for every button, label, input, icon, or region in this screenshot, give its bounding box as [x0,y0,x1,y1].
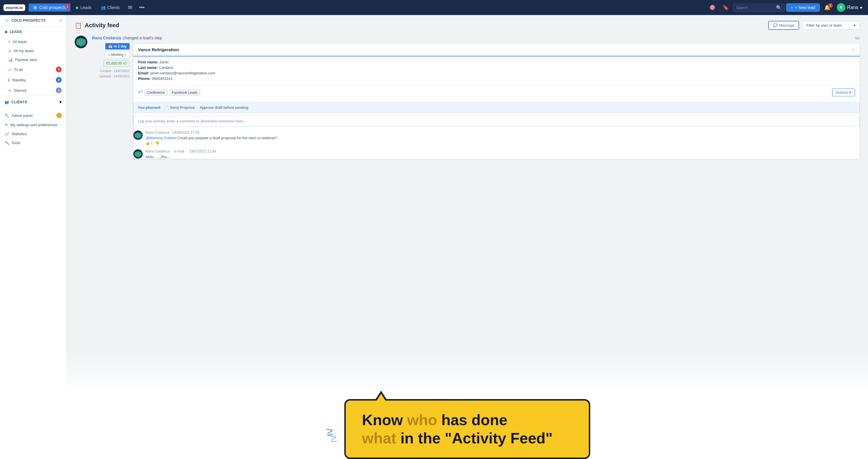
top-navigation: no|crm.io ❄️ Cold prospects 1 ◈ Leads 👥 … [0,0,868,15]
reaction-thumbsup[interactable]: 👍 1 [146,141,153,145]
planned-action: Approve draft before sending [199,105,248,110]
actions-label: Actions ▾ [836,90,851,95]
starred-badge: 2 [56,87,62,93]
cold-prospects-header[interactable]: ❄️ COLD PROSPECTS ▾ [0,15,66,26]
message-button[interactable]: 💬 Message [768,21,799,30]
standby-icon: ℹ [8,78,9,82]
admin-panel-label: Admin panel [11,114,32,118]
message-icon: 💬 [773,23,777,28]
field-phone: Phone: 0665453241 [138,76,855,81]
new-lead-button[interactable]: + + New lead [786,3,820,12]
comment-type-2: E-mail [174,149,184,153]
comment-body-text-2: inclu... ...2ho... [146,155,170,159]
comment-item-2: Rana Costanza · E-mail · 13/07/2022 11:0… [133,149,860,159]
tab-cold-prospects-label: Cold prospects [39,5,66,10]
activity-entry: Rana Costanza changed a lead's step 0m 📅… [75,36,860,159]
notifications-button[interactable]: 🔔 1 [821,3,833,12]
cold-prospects-section-icon: ❄️ [5,19,9,23]
value-badge: €5,000.00 🏷 [103,60,130,67]
user-menu-button[interactable]: R Rana ▾ [834,2,865,13]
todo-badge: 3 [56,67,62,72]
sidebar-item-standby[interactable]: ℹ Standby 4 [0,75,66,85]
clients-section-icon: 👥 [5,100,9,104]
user-name: Rana [847,5,858,10]
leads-section-label: LEADS [10,30,22,34]
lead-name: Vance Refrigeration [138,47,179,52]
tag-conference[interactable]: Conference [144,89,167,96]
tab-clients[interactable]: 👥 Clients [97,3,124,11]
statistics-label: Statistics [11,132,27,136]
sidebar-item-to-do[interactable]: ⚠ To do 3 [0,64,66,75]
notifications-badge: 1 [828,3,833,8]
planned-label: You planned: [138,105,161,110]
feed-actions: 💬 Message Filter by user or team ▾ [768,21,860,30]
sidebar-item-settings[interactable]: ⚙ My settings and preferences [0,120,66,129]
comment-time-1: 14/09/2022 17:55 [173,130,199,134]
in-day-label: in 1 day [114,44,127,48]
sidebar-item-all-my-leads[interactable]: ◎ All my leads [0,46,66,55]
comment-reactions-1: 👍 1 👎 [146,141,860,145]
logo[interactable]: no|crm.io [3,4,25,11]
target-icon-button[interactable]: 🎯 [706,3,718,12]
search-box: 🔍 [733,3,785,12]
star-icon[interactable]: ☆ [851,47,855,52]
leads-section-header[interactable]: ◈ LEADS [0,26,66,37]
filter-chevron-icon: ▾ [854,23,856,28]
leads-section-icon: ◈ [5,30,7,34]
tab-cold-prospects[interactable]: ❄️ Cold prospects 1 [29,3,70,11]
activity-body: Rana Costanza changed a lead's step 0m 📅… [92,36,860,159]
comment-time-2: 13/07/2022 11:04 [189,149,216,153]
settings-icon: ⚙ [5,123,8,127]
comment-meta-2: Rana Costanza · E-mail · 13/07/2022 11:0… [146,149,860,153]
tools-label: Tools [11,141,20,145]
updated-date: Updated : 14/09/2022 [99,74,130,79]
planned-section: You planned: 📄 Send Proposal · Approve d… [133,102,860,113]
sidebar-item-statistics[interactable]: 📈 Statistics [0,129,66,138]
comment-item-1: Rana Costanza 14/09/2022 17:55 @Mariana … [133,130,860,145]
tag-facebook-leads[interactable]: Facebook Leads [169,89,200,96]
comment-text-1: @Mariana Solleiro Could you prepare a dr… [146,136,860,140]
comment-text-2: inclu... ...2ho... [146,155,860,159]
lead-card-body: First name: Janet Last name: Cardano Ema… [133,56,860,85]
sidebar: ❄️ COLD PROSPECTS ▾ ◈ LEADS ≡ All leads [0,15,66,459]
actions-button[interactable]: Actions ▾ [832,89,855,96]
meeting-label: < Meeting > [108,53,126,57]
tab-leads[interactable]: ◈ Leads [71,3,95,11]
clients-section-label: CLIENTS [11,100,28,104]
comment-user-2: Rana Costanza [146,149,169,153]
meeting-button[interactable]: < Meeting > [105,51,130,58]
cold-prospects-chevron-icon: ▾ [60,19,62,23]
comment-avatar-2 [133,149,143,159]
tools-icon: 🔨 [5,141,9,145]
settings-label: My settings and preferences [10,123,58,127]
starred-icon: ★ [8,88,11,93]
feed-title: 📋 Activity feed [75,22,119,29]
tab-leads-label: Leads [81,5,91,10]
clients-section-header[interactable]: 👥 CLIENTS ▾ [0,96,66,108]
activity-time: 0m [855,36,860,40]
main-layout: ❄️ COLD PROSPECTS ▾ ◈ LEADS ≡ All leads [0,15,868,459]
lead-card: Vance Refrigeration ☆ First name: Janet … [133,43,860,159]
comment-meta-1: Rana Costanza 14/09/2022 17:55 [146,130,860,134]
comment-input-box[interactable]: Log your activity, enter a comment or @m… [133,116,860,126]
search-input[interactable] [736,5,774,10]
lead-card-footer: 🏷 Conference Facebook Leads Actions ▾ [133,85,860,99]
email-nav-button[interactable]: ✉ [125,3,135,12]
more-nav-button[interactable]: ••• [136,3,148,12]
admin-panel-icon: 🔧 [5,114,9,118]
activity-user-name: Rana Costanza [92,36,121,40]
reaction-thumbsdown[interactable]: 👎 [155,141,159,145]
sidebar-item-starred[interactable]: ★ Starred 2 [0,85,66,95]
sidebar-item-all-leads[interactable]: ≡ All leads [0,37,66,46]
sidebar-item-tools[interactable]: 🔨 Tools [0,138,66,147]
sidebar-item-pipeline-view[interactable]: 📊 Pipeline view [0,55,66,64]
comment-placeholder: Log your activity, enter a comment or @m… [138,119,246,123]
bookmark-icon-button[interactable]: 🔖 [720,3,732,12]
sidebar-item-admin-panel[interactable]: 🔧 Admin panel ! [0,111,66,120]
sidebar-item-standby-label: Standby [12,78,26,82]
main-content: 📋 Activity feed 💬 Message Filter by user… [66,15,868,459]
filter-button[interactable]: Filter by user or team ▾ [802,21,860,30]
planned-doc-icon: 📄 [164,105,169,110]
svg-rect-9 [136,153,140,155]
lead-card-wrapper: 📅 in 1 day < Meeting > €5,000.00 🏷 Creat… [92,43,860,159]
